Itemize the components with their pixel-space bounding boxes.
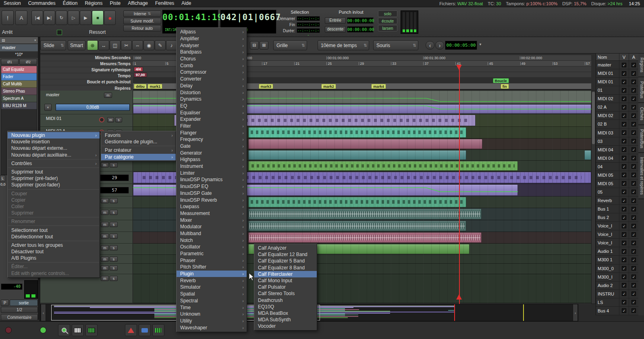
menu-item-linuxdsp-dynamics[interactable]: linuxDSP Dynamics›: [177, 176, 247, 183]
menu-item-compressor[interactable]: Compressor›: [177, 69, 247, 76]
nav-next-button[interactable]: ›: [435, 41, 444, 50]
checkbox[interactable]: ✓: [622, 300, 626, 304]
tool-grab-button[interactable]: ⊕: [87, 40, 98, 50]
mute-button[interactable]: m: [101, 256, 109, 262]
track-list-row[interactable]: MIDI 04✓✓: [596, 146, 638, 154]
channel-count-button[interactable]: 1/2: [1, 307, 38, 313]
mute-button[interactable]: m: [101, 276, 109, 281]
playhead[interactable]: [459, 66, 460, 304]
track-header-master[interactable]: masterm×0,00dB: [40, 91, 133, 114]
menu-item-frequency[interactable]: Frequency›: [177, 136, 247, 143]
solo-button[interactable]: solo: [378, 10, 397, 17]
solo-button[interactable]: s: [110, 162, 118, 167]
checkbox[interactable]: ✓: [622, 181, 626, 186]
track-header[interactable]: ms: [40, 274, 133, 303]
solo-button[interactable]: s: [110, 265, 118, 271]
mute-button[interactable]: m: [101, 222, 109, 227]
menu-item-phaser[interactable]: Phaser›: [177, 257, 247, 264]
region[interactable]: [248, 139, 482, 149]
menu-item-linuxdsp-gate[interactable]: linuxDSP Gate›: [177, 190, 247, 197]
menu-item-parametric[interactable]: Parametric›: [177, 250, 247, 257]
checkbox[interactable]: ✓: [632, 190, 636, 194]
checkbox[interactable]: ✓: [622, 139, 626, 143]
menu-item-highpass[interactable]: Highpass›: [177, 156, 247, 163]
checkbox[interactable]: ✓: [632, 105, 636, 110]
track-list-row[interactable]: 02 A✓✓: [596, 103, 638, 112]
checkbox[interactable]: ✓: [622, 114, 626, 118]
snap-mode-select[interactable]: Grille⇅: [273, 40, 307, 50]
marker-mark4[interactable]: mark4: [371, 84, 386, 89]
menu-item-simulator[interactable]: Simulator›: [177, 284, 247, 291]
region[interactable]: [248, 127, 466, 138]
comment-button[interactable]: Commentaire: [1, 314, 38, 320]
processor-stereo-phas[interactable]: Stereo Phas: [1, 88, 37, 95]
menubar-item-piste[interactable]: Piste: [106, 0, 124, 7]
marker-d-bu[interactable]: débu: [134, 84, 147, 89]
checkbox[interactable]: ✓: [632, 80, 636, 84]
menu-item-time[interactable]: Time›: [177, 304, 247, 311]
checkbox[interactable]: ✓: [632, 308, 636, 313]
checkbox[interactable]: ✓: [622, 241, 626, 245]
sidebar-tab-piste-bus[interactable]: Piste/Bus: [638, 77, 644, 103]
checkbox[interactable]: ✓: [632, 164, 636, 169]
record-enable-button[interactable]: [99, 117, 104, 122]
menu-item-equaliser[interactable]: Equaliser›: [177, 109, 247, 116]
track-list-column-v[interactable]: V: [619, 54, 629, 60]
solo-button[interactable]: s: [110, 276, 118, 281]
meter-point-button[interactable]: ×: [44, 104, 52, 111]
sidebar-tab-pistes-bus[interactable]: Pistes/Bus: [638, 125, 644, 153]
menu-item-plugin[interactable]: Plugin›: [177, 271, 247, 277]
tool-cut-button[interactable]: ✂: [121, 40, 132, 50]
track-list-row[interactable]: MIDI 03✓✓: [596, 129, 638, 137]
checkbox[interactable]: ✓: [632, 207, 636, 211]
output-routing-button[interactable]: sortie: [10, 300, 38, 306]
region[interactable]: [248, 209, 482, 219]
marker-mark2[interactable]: mark2: [321, 84, 336, 89]
aux-button[interactable]: A: [15, 10, 27, 25]
menu-item-eq[interactable]: EQ›: [177, 103, 247, 110]
zoom-lens-icon[interactable]: [58, 324, 70, 336]
expand-tracks-button[interactable]: ⊞: [260, 41, 268, 50]
menu-item-analyser[interactable]: Analyser›: [177, 42, 247, 49]
checkbox[interactable]: ✓: [622, 105, 626, 110]
menu-item-supprimer-post-fader[interactable]: Supprimer (post-fader): [8, 182, 100, 188]
menu-item-spectral[interactable]: Spectral›: [177, 298, 247, 304]
checkbox[interactable]: ✓: [632, 224, 636, 228]
transport-play-selection-button[interactable]: ▷: [68, 10, 79, 25]
mute-button[interactable]: m: [101, 265, 109, 271]
gain-fader[interactable]: 0,00dB: [56, 104, 130, 111]
checkbox[interactable]: ✓: [622, 63, 626, 67]
marker-mark3[interactable]: mark3: [259, 84, 274, 89]
mute-button[interactable]: m: [101, 245, 109, 250]
menubar-item-r-gions[interactable]: Régions: [81, 0, 106, 7]
menu-item-pitch-shifter[interactable]: Pitch Shifter›: [177, 264, 247, 271]
zoom-range-clock[interactable]: 00:00:05:00: [445, 41, 477, 50]
tool-edit-notes-button[interactable]: ♪: [166, 40, 177, 50]
checkbox[interactable]: ✓: [632, 147, 636, 152]
menu-item-unknown[interactable]: Unknown›: [177, 311, 247, 318]
checkbox[interactable]: ✓: [622, 164, 626, 169]
checkbox[interactable]: ✓: [622, 130, 626, 135]
scrollbar-thumb[interactable]: [592, 92, 595, 144]
smart-mode-button[interactable]: Smart: [68, 40, 85, 50]
region[interactable]: [248, 232, 482, 243]
track-list-row[interactable]: Reverb✓✓: [596, 196, 638, 205]
checkbox[interactable]: ✓: [622, 207, 626, 211]
track-list-row[interactable]: 05✓✓: [596, 188, 638, 196]
close-icon[interactable]: ×: [34, 38, 36, 42]
checkbox[interactable]: ✓: [622, 88, 626, 93]
selection-clock[interactable]: --:--:--:--: [297, 16, 320, 21]
checkbox[interactable]: ✓: [632, 241, 636, 245]
checkbox[interactable]: ✓: [622, 308, 626, 313]
menu-item-calf-equalizer-12-band[interactable]: Calf Equalizer 12 Band: [254, 251, 317, 258]
menu-item-eq10q[interactable]: EQ10Q: [254, 304, 317, 310]
track-list-row[interactable]: Bus 4✓✓: [596, 307, 638, 315]
sidebar-tab-intervalles-et-rep-res[interactable]: Intervalles et repères: [638, 153, 644, 199]
track-list-row[interactable]: master✓✓: [596, 61, 638, 69]
metronome-icon[interactable]: [37, 324, 49, 336]
follow-edits-button[interactable]: Suivre modif.: [123, 18, 161, 24]
menu-item-spatial[interactable]: Spatial›: [177, 291, 247, 298]
phase-invert-1-button[interactable]: Ø1: [1, 59, 19, 65]
spring-checkbox[interactable]: [57, 30, 62, 35]
tool-draw-button[interactable]: ✎: [155, 40, 166, 50]
